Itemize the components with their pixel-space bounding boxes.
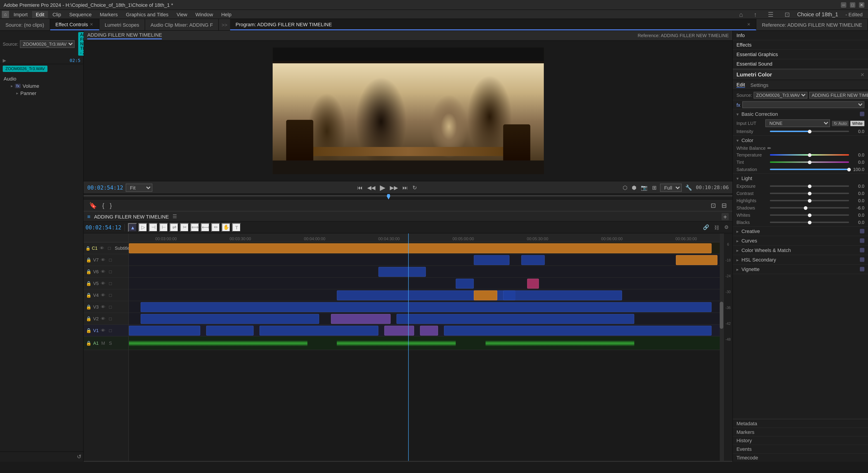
lumetri-settings-tab[interactable]: Settings [750,82,768,88]
panels-menu-icon[interactable]: ☰ [764,10,777,19]
lumetri-close-icon[interactable]: ✕ [860,72,864,78]
v6-camera-btn[interactable]: □ [107,268,114,275]
saturation-thumb[interactable] [847,168,851,171]
overlay-toggle[interactable]: ⊟ [720,201,729,210]
a1-lock-btn[interactable]: 🔒 [86,340,92,346]
timecode-item[interactable]: Timecode [733,453,868,462]
v2-camera-btn[interactable]: □ [107,316,114,322]
tab-lumetri-scopes[interactable]: Lumetri Scopes [99,19,145,30]
metadata-item[interactable]: Metadata [733,419,868,428]
v4-eye-btn[interactable]: 👁 [100,292,106,298]
menu-import[interactable]: Import [10,11,31,18]
highlights-thumb[interactable] [808,199,811,203]
source-dropdown[interactable]: ZOOM0026_Tr3.WAV [20,40,75,48]
vignette-checkbox[interactable] [860,267,864,271]
clip-v6-1[interactable] [378,267,426,277]
export-frame-button[interactable]: 📷 [640,183,648,191]
v1-lock-btn[interactable]: 🔒 [86,327,92,334]
clip-v1-3[interactable] [259,326,378,336]
contrast-thumb[interactable] [808,191,811,195]
timeline-scrubber[interactable] [84,194,732,199]
temperature-track[interactable] [770,154,849,156]
safe-margins-button[interactable]: ⊞ [651,183,657,191]
exposure-track[interactable] [770,185,849,187]
clip-v2-2[interactable] [331,314,391,324]
tint-thumb[interactable] [808,160,811,164]
timeline-settings-icon[interactable]: ⚙ [722,225,731,230]
menu-graphics[interactable]: Graphics and Titles [122,11,172,18]
selection-tool[interactable]: ▲ [128,223,137,232]
add-marker-button[interactable]: 🔖 [87,201,99,210]
close-button[interactable]: ✕ [859,2,864,7]
share-icon[interactable]: ↑ [750,10,761,19]
reset-icon[interactable]: ↺ [77,453,82,460]
step-back-button[interactable]: ◀◀ [366,183,376,191]
menu-help[interactable]: Help [218,11,235,18]
clip-v1-6[interactable] [444,326,711,336]
menu-view[interactable]: View [173,11,191,18]
light-header[interactable]: ▾ Light [733,174,868,183]
panner-expand-icon[interactable]: ▸ [16,91,19,95]
creative-checkbox[interactable] [860,229,864,233]
clip-v7-1[interactable] [474,255,509,265]
whites-thumb[interactable] [808,213,811,217]
creative-header[interactable]: ▸ Creative [733,227,868,236]
lumetri-seq-dropdown[interactable]: ADDING FILLER NEW TIMELINE - ZOOM0026_Tr… [809,92,868,98]
settings-button[interactable]: 🔧 [684,183,693,191]
subtitle-lock-icon[interactable]: 🔒 [86,246,90,250]
tab-effect-controls[interactable]: Effect Controls ✕ [50,19,99,30]
color-wheels-checkbox[interactable] [860,248,864,253]
type-tool[interactable]: T [232,223,241,232]
info-item[interactable]: Info [733,31,868,40]
v7-camera-btn[interactable]: □ [107,257,114,263]
saturation-track[interactable] [770,169,849,170]
tab-program-monitor[interactable]: Program: ADDING FILLER NEW TIMELINE ✕ [230,19,756,30]
a1-eye-btn[interactable]: M [100,340,106,346]
maximize-button[interactable]: □ [850,2,855,7]
essential-sound-item[interactable]: Essential Sound [733,59,868,69]
in-point-button[interactable]: { [100,201,106,210]
expand-icon[interactable]: ▸ [11,84,13,88]
highlights-track[interactable] [770,200,849,201]
timeline-options-icon[interactable]: ☰ [173,213,177,219]
v4-camera-btn[interactable]: □ [107,292,114,298]
tab-reference[interactable]: Reference: ADDING FILLER NEW TIMELINE [756,19,868,30]
clip-v1-2[interactable] [206,326,254,336]
subtitle-camera-btn[interactable]: □ [106,245,112,251]
hand-tool[interactable]: ✋ [222,223,231,232]
basic-correction-header[interactable]: ▾ Basic Correction [733,110,868,119]
clip-v1-5[interactable] [420,326,438,336]
go-to-out-button[interactable]: ⏭ [402,183,409,191]
clip-v3-1[interactable] [141,302,711,312]
essential-graphics-item[interactable]: Essential Graphics [733,50,868,59]
pen-tool[interactable]: ✏ [211,223,220,232]
menu-sequence[interactable]: Sequence [66,11,95,18]
color-header[interactable]: ▾ Color [733,136,868,145]
go-to-in-button[interactable]: ⏮ [356,183,364,191]
program-monitor-close[interactable]: ✕ [747,22,751,27]
clip-subtitle-1[interactable] [129,243,712,253]
curves-checkbox[interactable] [860,238,864,243]
intensity-track[interactable] [770,131,849,132]
intensity-thumb[interactable] [808,129,811,133]
menu-markers[interactable]: Markers [96,11,121,18]
track-select-tool[interactable]: ▷ [138,223,148,232]
color-wheels-header[interactable]: ▸ Color Wheels & Match [733,246,868,255]
v5-camera-btn[interactable]: □ [107,280,114,287]
v4-lock-btn[interactable]: 🔒 [86,292,92,298]
overwrite-button[interactable]: ⬢ [631,183,637,191]
tabs-overflow-arrow[interactable]: >> [219,19,230,30]
events-item[interactable]: Events [733,445,868,453]
clip-v7-2[interactable] [521,255,545,265]
v7-eye-btn[interactable]: 👁 [100,257,106,263]
rate-stretch-tool[interactable]: ⇌ [170,223,179,232]
shadows-track[interactable] [770,207,849,209]
white-btn[interactable]: White [850,121,864,126]
input-lut-select[interactable]: NONE [765,119,830,127]
v7-lock-btn[interactable]: 🔒 [86,257,92,263]
hsl-secondary-header[interactable]: ▸ HSL Secondary [733,255,868,264]
clip-v2-3[interactable] [396,314,634,324]
loop-button[interactable]: ↻ [411,183,418,191]
hsl-secondary-checkbox[interactable] [860,258,864,262]
clip-v2-1[interactable] [141,314,319,324]
